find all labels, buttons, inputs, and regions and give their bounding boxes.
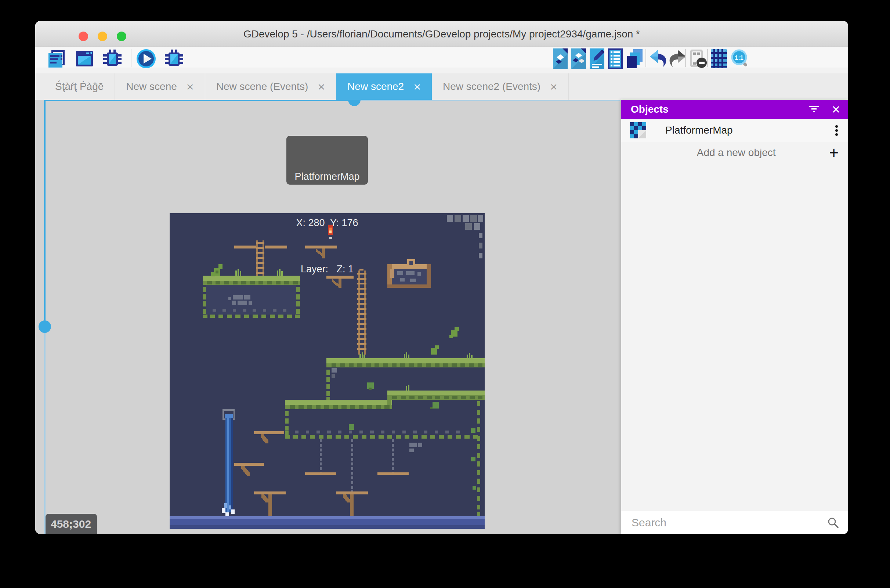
toolbar-divider: [685, 49, 686, 67]
tooltip-layer: Layer: Z: 1: [287, 261, 368, 277]
toolbar-divider: [131, 49, 131, 67]
tab-new-scene[interactable]: New scene ×: [115, 74, 205, 100]
selection-handle-left[interactable]: [39, 320, 51, 333]
debug-icon: [102, 48, 123, 69]
tab-start-page[interactable]: Śţàŕţ Ṗàĝē: [44, 74, 115, 100]
capture-options-icon: [689, 48, 708, 69]
zoom-original-icon: 1:1: [730, 48, 750, 69]
undo-button[interactable]: [649, 48, 668, 70]
selection-border-top-faded: [360, 100, 620, 101]
window-title: GDevelop 5 - /Users/florian/Documents/GD…: [35, 28, 848, 40]
tooltip-position: X: 280 Y: 176: [287, 215, 368, 231]
toolbar: 1:1: [35, 47, 848, 68]
close-tab-icon[interactable]: ×: [550, 80, 557, 93]
properties-button[interactable]: [590, 48, 604, 70]
instances-list-icon: [608, 48, 623, 69]
objects-panel-button[interactable]: [553, 48, 567, 70]
toolbar-divider: [707, 49, 708, 67]
tab-new-scene2-events[interactable]: New scene2 (Events) ×: [432, 74, 569, 100]
properties-icon: [590, 48, 604, 69]
project-manager-icon: [46, 48, 67, 69]
zoom-original-button[interactable]: 1:1: [730, 48, 750, 70]
gdevelop-window: GDevelop 5 - /Users/florian/Documents/GD…: [35, 21, 848, 534]
capture-options-button[interactable]: [689, 48, 708, 70]
scene-window-button[interactable]: [74, 48, 95, 70]
add-object-row[interactable]: Add a new object +: [621, 142, 848, 164]
close-icon: ×: [832, 102, 840, 117]
play-icon: [136, 48, 156, 69]
close-tab-icon[interactable]: ×: [318, 80, 325, 93]
add-object-label: Add a new object: [621, 147, 829, 159]
selection-border-top: [44, 100, 349, 101]
tab-new-scene2[interactable]: New scene2 ×: [336, 74, 432, 100]
grid-icon: [711, 48, 727, 69]
undo-icon: [649, 48, 668, 69]
close-tab-icon[interactable]: ×: [186, 80, 194, 93]
object-groups-button[interactable]: [571, 48, 586, 70]
object-menu-kebab-icon[interactable]: [835, 124, 838, 137]
svg-text:1:1: 1:1: [735, 55, 743, 61]
tab-label: New scene (Events): [216, 81, 308, 93]
layers-icon: [626, 48, 643, 69]
selection-border-left-faded: [44, 333, 45, 534]
debug-preview-button[interactable]: [164, 48, 184, 70]
scene-window-icon: [74, 48, 95, 69]
tab-label: New scene2: [347, 81, 404, 93]
grid-button[interactable]: [711, 48, 727, 70]
layers-button[interactable]: [626, 48, 643, 70]
tab-bar: Śţàŕţ Ṗàĝē New scene × New scene (Events…: [35, 74, 848, 100]
object-search-input[interactable]: [631, 516, 827, 529]
scene-editor-canvas[interactable]: PlatformerMap X: 280 Y: 176 Layer: Z: 1 …: [35, 100, 621, 534]
debug-icon: [164, 48, 184, 69]
redo-icon: [668, 48, 687, 69]
object-search-bar: [621, 511, 848, 534]
screenshot-stage: GDevelop 5 - /Users/florian/Documents/GD…: [0, 0, 890, 588]
toolbar-divider: [645, 49, 646, 67]
object-groups-icon: [571, 48, 586, 69]
debug-button[interactable]: [102, 48, 123, 70]
objects-panel: Objects ×: [621, 100, 848, 534]
tab-label: New scene: [126, 81, 177, 93]
tab-new-scene-events[interactable]: New scene (Events) ×: [205, 74, 336, 100]
objects-panel-title: Objects: [631, 104, 809, 115]
tooltip-object-name: PlatformerMap: [287, 169, 368, 184]
title-bar: GDevelop 5 - /Users/florian/Documents/GD…: [35, 21, 848, 47]
object-name: PlatformerMap: [665, 124, 835, 136]
selection-border-left: [44, 100, 45, 320]
instances-list-button[interactable]: [608, 48, 623, 70]
instance-tooltip: PlatformerMap X: 280 Y: 176 Layer: Z: 1: [287, 136, 368, 184]
play-button[interactable]: [136, 48, 156, 70]
objects-panel-header: Objects ×: [621, 100, 848, 119]
objects-panel-icon: [553, 48, 567, 69]
close-panel-button[interactable]: ×: [832, 102, 840, 116]
close-tab-icon[interactable]: ×: [413, 80, 421, 93]
plus-icon[interactable]: +: [829, 145, 839, 161]
cursor-coordinates: 458;302: [45, 514, 97, 534]
tilemap-thumbnail-icon: [630, 122, 646, 138]
filter-objects-button[interactable]: [809, 105, 819, 114]
selection-handle-top[interactable]: [348, 100, 360, 106]
tab-label: New scene2 (Events): [443, 81, 540, 93]
object-list-item-platformermap[interactable]: PlatformerMap: [621, 119, 848, 142]
project-manager-button[interactable]: [46, 48, 67, 70]
filter-icon: [809, 105, 819, 113]
redo-button[interactable]: [668, 48, 687, 70]
search-icon: [827, 516, 839, 529]
tab-label: Śţàŕţ Ṗàĝē: [55, 81, 104, 93]
